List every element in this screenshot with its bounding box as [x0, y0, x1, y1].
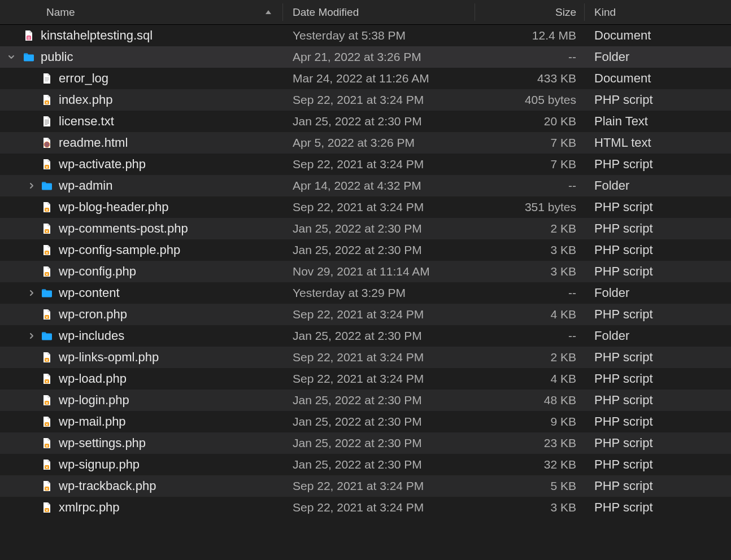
svg-rect-3: [28, 39, 31, 40]
file-size: 7 KB: [550, 136, 576, 150]
file-size-cell: --: [475, 175, 584, 196]
file-row[interactable]: readme.htmlApr 5, 2022 at 3:26 PM7 KBHTM…: [0, 132, 731, 154]
file-size: 3 KB: [550, 243, 576, 257]
file-row[interactable]: wp-config-sample.phpJan 25, 2022 at 2:30…: [0, 239, 731, 261]
file-row[interactable]: wp-links-opml.phpSep 22, 2021 at 3:24 PM…: [0, 347, 731, 368]
chevron-down-icon[interactable]: [0, 53, 23, 61]
file-date-cell: Sep 22, 2021 at 3:24 PM: [282, 368, 475, 390]
svg-rect-9: [45, 120, 49, 120]
file-name: wp-cron.php: [59, 307, 127, 322]
file-kind-cell: PHP script: [584, 261, 731, 282]
file-date: Apr 21, 2022 at 3:26 PM: [293, 50, 421, 64]
column-header-kind[interactable]: Kind: [584, 0, 731, 24]
file-date-cell: Sep 22, 2021 at 3:24 PM: [282, 475, 475, 497]
file-row[interactable]: wp-signup.phpJan 25, 2022 at 2:30 PM32 K…: [0, 454, 731, 475]
file-row[interactable]: wp-settings.phpJan 25, 2022 at 2:30 PM23…: [0, 432, 731, 454]
file-date: Sep 22, 2021 at 3:24 PM: [293, 200, 424, 214]
file-size: 405 bytes: [525, 93, 576, 107]
file-kind-cell: Plain Text: [584, 111, 731, 132]
file-row[interactable]: wp-login.phpJan 25, 2022 at 2:30 PM48 KB…: [0, 390, 731, 411]
file-kind-cell: PHP script: [584, 368, 731, 390]
chevron-right-icon[interactable]: [23, 182, 41, 190]
file-row[interactable]: wp-cron.phpSep 22, 2021 at 3:24 PM4 KBPH…: [0, 304, 731, 325]
file-row[interactable]: xmlrpc.phpSep 22, 2021 at 3:24 PM3 KBPHP…: [0, 497, 731, 518]
file-name-cell: wp-activate.php: [0, 154, 282, 175]
file-kind: PHP script: [594, 157, 653, 172]
file-row[interactable]: wp-load.phpSep 22, 2021 at 3:24 PM4 KBPH…: [0, 368, 731, 390]
file-kind-cell: PHP script: [584, 89, 731, 111]
file-date: Jan 25, 2022 at 2:30 PM: [293, 393, 422, 407]
file-kind: PHP script: [594, 500, 653, 515]
file-size-cell: 2 KB: [475, 218, 584, 239]
file-size: --: [568, 329, 576, 343]
file-row[interactable]: wp-includesJan 25, 2022 at 2:30 PM--Fold…: [0, 325, 731, 347]
chevron-right-icon[interactable]: [23, 289, 41, 297]
file-size: 20 KB: [544, 115, 576, 128]
file-kind: HTML text: [594, 135, 651, 150]
file-date-cell: Sep 22, 2021 at 3:24 PM: [282, 304, 475, 325]
file-date: Yesterday at 3:29 PM: [293, 286, 406, 300]
file-size: 2 KB: [550, 351, 576, 364]
file-name: wp-signup.php: [59, 457, 140, 472]
file-row[interactable]: wp-contentYesterday at 3:29 PM--Folder: [0, 282, 731, 304]
file-date: Mar 24, 2022 at 11:26 AM: [293, 72, 429, 85]
file-date: Jan 25, 2022 at 2:30 PM: [293, 222, 422, 235]
file-name: wp-settings.php: [59, 436, 146, 450]
file-kind-cell: PHP script: [584, 196, 731, 218]
file-size: 4 KB: [550, 372, 576, 386]
file-row[interactable]: wp-mail.phpJan 25, 2022 at 2:30 PM9 KBPH…: [0, 411, 731, 432]
file-row[interactable]: wp-trackback.phpSep 22, 2021 at 3:24 PM5…: [0, 475, 731, 497]
file-date-cell: Jan 25, 2022 at 2:30 PM: [282, 432, 475, 454]
file-kind-cell: PHP script: [584, 411, 731, 432]
file-size: 3 KB: [550, 501, 576, 514]
file-row[interactable]: kinstahelptesting.sqlYesterday at 5:38 P…: [0, 25, 731, 46]
php-file-icon: [41, 394, 53, 406]
file-kind: PHP script: [594, 243, 653, 257]
folder-icon: [41, 330, 53, 342]
column-header-date[interactable]: Date Modified: [282, 0, 475, 24]
file-row[interactable]: error_logMar 24, 2022 at 11:26 AM433 KBD…: [0, 68, 731, 89]
file-row[interactable]: license.txtJan 25, 2022 at 2:30 PM20 KBP…: [0, 111, 731, 132]
chevron-right-icon[interactable]: [23, 332, 41, 340]
file-name-cell: wp-config.php: [0, 261, 282, 282]
file-size: 2 KB: [550, 222, 576, 235]
file-size-cell: 4 KB: [475, 304, 584, 325]
text-file-icon: [41, 115, 53, 128]
file-kind: PHP script: [594, 457, 653, 472]
file-row[interactable]: publicApr 21, 2022 at 3:26 PM--Folder: [0, 46, 731, 68]
file-kind: PHP script: [594, 307, 653, 322]
file-name: wp-config.php: [59, 264, 136, 279]
file-size-cell: 3 KB: [475, 497, 584, 518]
column-header-size[interactable]: Size: [475, 0, 584, 24]
file-row[interactable]: index.phpSep 22, 2021 at 3:24 PM405 byte…: [0, 89, 731, 111]
file-name: error_log: [59, 71, 108, 86]
file-size-cell: --: [475, 46, 584, 68]
file-size: 48 KB: [544, 393, 576, 407]
column-header-name[interactable]: Name: [0, 0, 282, 24]
html-file-icon: [41, 137, 53, 149]
file-name: wp-comments-post.php: [59, 221, 188, 236]
file-row[interactable]: wp-activate.phpSep 22, 2021 at 3:24 PM7 …: [0, 154, 731, 175]
file-kind: PHP script: [594, 264, 653, 279]
file-kind: Document: [594, 28, 651, 43]
php-file-icon: [41, 415, 53, 428]
php-file-icon: [41, 308, 53, 321]
file-row[interactable]: wp-config.phpNov 29, 2021 at 11:14 AM3 K…: [0, 261, 731, 282]
file-date: Sep 22, 2021 at 3:24 PM: [293, 308, 424, 321]
file-row[interactable]: wp-comments-post.phpJan 25, 2022 at 2:30…: [0, 218, 731, 239]
file-row[interactable]: wp-blog-header.phpSep 22, 2021 at 3:24 P…: [0, 196, 731, 218]
file-name-cell: wp-comments-post.php: [0, 218, 282, 239]
file-name-cell: wp-links-opml.php: [0, 347, 282, 368]
svg-rect-12: [45, 123, 49, 124]
file-kind-cell: Document: [584, 25, 731, 46]
file-date-cell: Yesterday at 5:38 PM: [282, 25, 475, 46]
file-row[interactable]: wp-adminApr 14, 2022 at 4:32 PM--Folder: [0, 175, 731, 196]
file-name: readme.html: [59, 135, 128, 150]
file-size-cell: 9 KB: [475, 411, 584, 432]
file-size-cell: --: [475, 325, 584, 347]
file-kind: Plain Text: [594, 114, 648, 129]
file-size: 3 KB: [550, 265, 576, 278]
file-size: --: [568, 50, 576, 64]
file-size-cell: 3 KB: [475, 239, 584, 261]
file-kind: PHP script: [594, 200, 653, 215]
